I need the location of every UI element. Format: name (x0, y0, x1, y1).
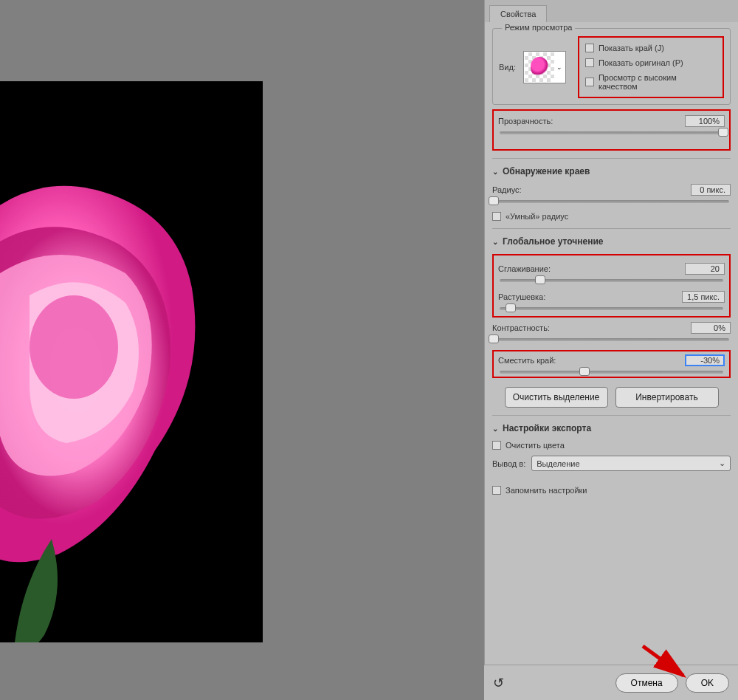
edge-detection-section: ⌄Обнаружение краев Радиус: 0 пикс. «Умны… (492, 158, 731, 221)
checkbox-icon (585, 78, 594, 86)
slider-thumb[interactable] (506, 303, 516, 312)
shift-edge-label: Сместить край: (498, 356, 556, 365)
smooth-feather-highlight: Сглаживание:20 Растушевка:1,5 пикс. (492, 254, 731, 318)
slider-thumb[interactable] (489, 334, 499, 343)
rose-image (0, 81, 263, 642)
view-label: Вид: (499, 63, 516, 72)
properties-panel: Свойства Режим просмотра Вид: ⌄ Показать… (484, 0, 738, 700)
show-original-label: Показать оригинал (P) (599, 58, 683, 67)
cancel-button[interactable]: Отмена (615, 673, 678, 693)
feather-value[interactable]: 1,5 пикс. (682, 291, 725, 303)
chevron-down-icon: ⌄ (719, 459, 725, 468)
high-quality-label: Просмотр с высоким качеством (599, 73, 717, 91)
slider-thumb[interactable] (489, 196, 499, 205)
global-refine-section: ⌄Глобальное уточнение Сглаживание:20 Рас… (492, 228, 731, 408)
show-edge-checkbox[interactable]: Показать край (J) (585, 44, 717, 52)
export-title: Настройки экспорта (503, 423, 591, 433)
output-value: Выделение (537, 459, 579, 468)
invert-button[interactable]: Инвертировать (615, 387, 719, 408)
edge-detection-title: Обнаружение краев (503, 166, 590, 176)
document-preview[interactable] (0, 81, 263, 642)
reset-icon[interactable]: ↺ (493, 675, 504, 691)
smart-radius-checkbox[interactable]: «Умный» радиус (492, 212, 731, 221)
export-section: ⌄Настройки экспорта Очистить цвета Вывод… (492, 415, 731, 495)
shift-edge-slider[interactable] (500, 371, 723, 374)
slider-thumb[interactable] (535, 275, 545, 284)
transparency-highlight: Прозрачность: 100% (492, 109, 731, 151)
shift-edge-value[interactable]: -30% (685, 354, 725, 366)
feather-slider[interactable] (500, 307, 723, 310)
contrast-value[interactable]: 0% (691, 322, 731, 334)
dialog-footer: ↺ Отмена OK (484, 665, 738, 700)
show-edge-label: Показать край (J) (599, 44, 664, 52)
high-quality-checkbox[interactable]: Просмотр с высоким качеством (585, 73, 717, 91)
feather-label: Растушевка: (498, 292, 545, 301)
view-thumbnail-select[interactable]: ⌄ (523, 51, 566, 83)
contrast-label: Контрастность: (492, 323, 550, 332)
radius-label: Радиус: (492, 185, 522, 194)
chevron-down-icon: ⌄ (492, 238, 498, 246)
edge-detection-header[interactable]: ⌄Обнаружение краев (492, 166, 731, 176)
output-label: Вывод в: (492, 459, 525, 468)
smooth-label: Сглаживание: (498, 264, 551, 273)
remember-label: Запомнить настройки (506, 486, 587, 495)
transparency-value[interactable]: 100% (685, 115, 725, 127)
radius-slider[interactable] (494, 200, 729, 203)
view-mode-group: Режим просмотра Вид: ⌄ Показать край (J)… (492, 28, 731, 105)
view-thumbnail (525, 52, 554, 82)
decontaminate-checkbox[interactable]: Очистить цвета (492, 441, 731, 450)
tab-bar: Свойства (485, 0, 738, 22)
canvas-area (0, 0, 484, 700)
ok-button[interactable]: OK (686, 673, 729, 693)
smooth-slider[interactable] (500, 279, 723, 282)
contrast-slider[interactable] (494, 338, 729, 341)
smart-radius-label: «Умный» радиус (506, 212, 568, 221)
transparency-slider[interactable] (500, 131, 723, 134)
checkbox-icon (585, 58, 594, 67)
global-refine-header[interactable]: ⌄Глобальное уточнение (492, 236, 731, 247)
shift-edge-highlight: Сместить край:-30% (492, 350, 731, 378)
transparency-label: Прозрачность: (498, 117, 553, 126)
show-original-checkbox[interactable]: Показать оригинал (P) (585, 58, 717, 67)
chevron-down-icon: ⌄ (554, 64, 565, 71)
checkbox-icon (492, 441, 501, 450)
slider-thumb[interactable] (579, 367, 590, 376)
checkbox-icon (585, 44, 594, 52)
svg-point-1 (30, 295, 118, 399)
clear-selection-button[interactable]: Очистить выделение (505, 387, 608, 408)
output-select[interactable]: Выделение⌄ (531, 456, 731, 471)
radius-value[interactable]: 0 пикс. (691, 184, 731, 196)
chevron-down-icon: ⌄ (492, 425, 498, 433)
global-refine-title: Глобальное уточнение (503, 236, 603, 247)
tab-properties[interactable]: Свойства (489, 5, 547, 22)
view-mode-legend: Режим просмотра (502, 23, 575, 32)
checkbox-icon (492, 486, 501, 495)
export-header[interactable]: ⌄Настройки экспорта (492, 423, 731, 433)
decontaminate-label: Очистить цвета (506, 441, 565, 450)
panel-content: Режим просмотра Вид: ⌄ Показать край (J)… (485, 22, 738, 665)
remember-checkbox[interactable]: Запомнить настройки (492, 486, 731, 495)
slider-thumb[interactable] (718, 128, 728, 137)
view-checkbox-group: Показать край (J) Показать оригинал (P) … (578, 36, 724, 98)
smooth-value[interactable]: 20 (685, 263, 725, 275)
checkbox-icon (492, 212, 501, 221)
chevron-down-icon: ⌄ (492, 168, 498, 176)
